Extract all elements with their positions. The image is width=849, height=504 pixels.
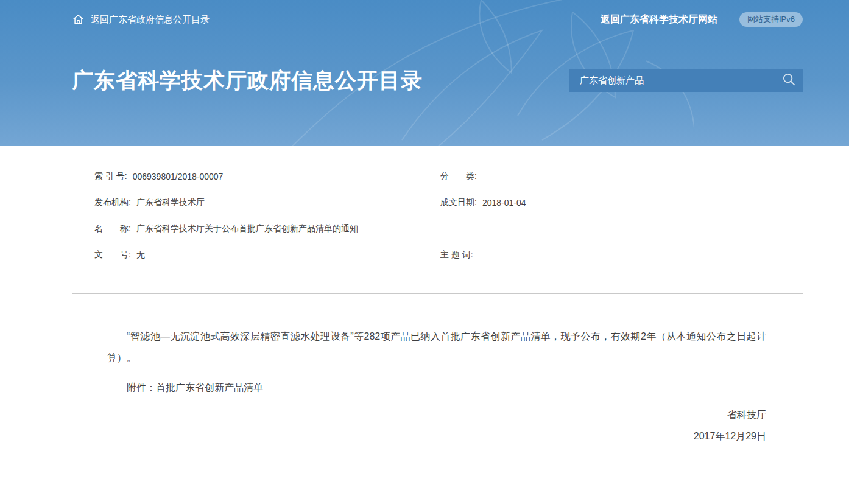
back-to-gov-directory-link[interactable]: 返回广东省政府信息公开目录: [72, 13, 210, 26]
search-icon: [782, 72, 796, 88]
notice-paragraph: “智滤池—无沉淀池式高效深层精密直滤水处理设备”等282项产品已纳入首批广东省创…: [107, 326, 766, 368]
meta-index-number: 索 引 号: 006939801/2018-00007: [94, 163, 440, 189]
attachment-line: 附件：首批广东省创新产品清单: [107, 377, 766, 398]
home-icon: [72, 13, 85, 26]
meta-title: 名 称: 广东省科学技术厅关于公布首批广东省创新产品清单的通知: [94, 215, 440, 242]
meta-label: 名 称:: [94, 223, 131, 234]
meta-doc-number: 文 号: 无: [94, 242, 440, 268]
document-meta: 索 引 号: 006939801/2018-00007 分 类: 发布机构: 广…: [72, 146, 803, 268]
signature: 省科技厅: [107, 404, 766, 425]
notice-body: “智滤池—无沉淀池式高效深层精密直滤水处理设备”等282项产品已纳入首批广东省创…: [72, 294, 803, 447]
meta-category: 分 类:: [440, 163, 803, 189]
search-box: [569, 69, 803, 92]
meta-label: 分 类:: [440, 171, 477, 182]
search-input[interactable]: [569, 75, 775, 86]
meta-keywords: 主 题 词:: [440, 242, 803, 268]
meta-publisher: 发布机构: 广东省科学技术厅: [94, 189, 440, 215]
meta-value: 广东省科学技术厅关于公布首批广东省创新产品清单的通知: [136, 223, 358, 234]
header-topbar-right: 返回广东省科学技术厅网站 网站支持IPv6: [601, 12, 803, 27]
header-topbar: 返回广东省政府信息公开目录 返回广东省科学技术厅网站 网站支持IPv6: [72, 12, 803, 27]
meta-empty-cell: [440, 215, 803, 242]
meta-issue-date: 成文日期: 2018-01-04: [440, 189, 803, 215]
main-content: 索 引 号: 006939801/2018-00007 分 类: 发布机构: 广…: [72, 146, 803, 447]
attachment-link[interactable]: 首批广东省创新产品清单: [156, 382, 263, 393]
meta-label: 成文日期:: [440, 197, 477, 208]
header-title-row: 广东省科学技术厅政府信息公开目录: [72, 66, 803, 95]
meta-value: 2018-01-04: [482, 198, 526, 208]
meta-label: 主 题 词:: [440, 250, 473, 261]
page-title: 广东省科学技术厅政府信息公开目录: [72, 66, 423, 95]
signature-date: 2017年12月29日: [107, 425, 766, 447]
meta-value: 广东省科学技术厅: [136, 197, 205, 208]
meta-label: 文 号:: [94, 250, 131, 261]
meta-value: 无: [136, 250, 145, 261]
meta-value: 006939801/2018-00007: [133, 172, 224, 181]
back-to-gov-directory-label: 返回广东省政府信息公开目录: [91, 14, 210, 26]
back-to-dept-site-link[interactable]: 返回广东省科学技术厅网站: [601, 13, 717, 26]
search-button[interactable]: [775, 69, 803, 92]
ipv6-support-badge: 网站支持IPv6: [739, 12, 803, 27]
attachment-label: 附件：: [127, 382, 156, 393]
meta-label: 索 引 号:: [94, 171, 127, 182]
page-header: 返回广东省政府信息公开目录 返回广东省科学技术厅网站 网站支持IPv6 广东省科…: [0, 0, 849, 146]
meta-label: 发布机构:: [94, 197, 131, 208]
